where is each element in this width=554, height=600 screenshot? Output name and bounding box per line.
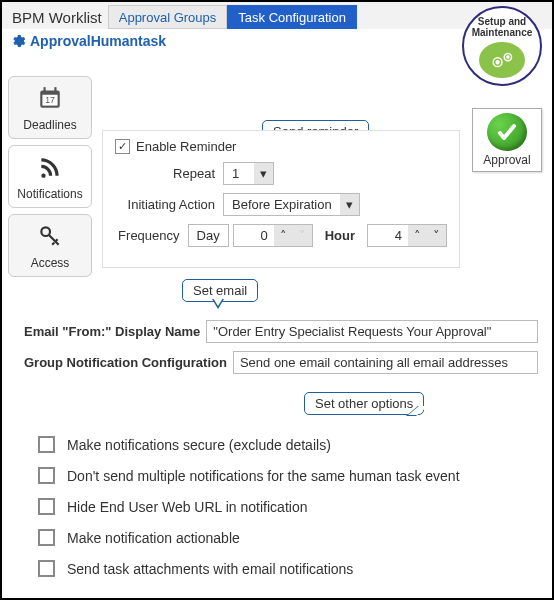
sidebar-item-label: Access xyxy=(31,256,70,270)
callout-other-options: Set other options xyxy=(304,392,424,415)
hour-label: Hour xyxy=(325,228,355,243)
task-icon xyxy=(10,33,26,49)
tab-approval-groups[interactable]: Approval Groups xyxy=(108,5,228,29)
enable-reminder-label: Enable Reminder xyxy=(136,139,236,154)
option-hide-url[interactable]: Hide End User Web URL in notification xyxy=(38,498,538,515)
key-icon xyxy=(37,223,63,252)
email-section: Email "From:" Display Name "Order Entry … xyxy=(24,312,538,591)
options-list: Make notifications secure (exclude detai… xyxy=(38,436,538,577)
setup-badge-label: Setup and Maintenance xyxy=(464,16,540,38)
email-from-label: Email "From:" Display Name xyxy=(24,324,200,339)
repeat-label: Repeat xyxy=(115,166,215,181)
group-notify-label: Group Notification Configuration xyxy=(24,355,227,370)
frequency-label: Frequency xyxy=(115,228,180,243)
chevron-down-icon[interactable]: ˅ xyxy=(427,225,446,246)
chevron-up-icon[interactable]: ˄ xyxy=(408,225,427,246)
checkbox[interactable] xyxy=(38,467,55,484)
initiating-label: Initiating Action xyxy=(115,197,215,212)
approval-tile-label: Approval xyxy=(483,153,530,167)
gear-icon xyxy=(479,42,525,78)
sidebar-item-deadlines[interactable]: 17 Deadlines xyxy=(8,76,92,139)
svg-text:17: 17 xyxy=(45,95,55,105)
task-name: ApprovalHumantask xyxy=(30,33,166,49)
approval-tile[interactable]: Approval xyxy=(472,108,542,172)
option-no-duplicate[interactable]: Don't send multiple notifications for th… xyxy=(38,467,538,484)
app-title: BPM Worklist xyxy=(6,7,108,28)
option-actionable[interactable]: Make notification actionable xyxy=(38,529,538,546)
signal-icon xyxy=(37,154,63,183)
checkbox[interactable] xyxy=(38,436,55,453)
email-from-input[interactable]: "Order Entry Specialist Requests Your Ap… xyxy=(206,320,538,343)
checkmark-icon xyxy=(487,113,527,151)
svg-rect-3 xyxy=(54,87,56,91)
reminder-panel: ✓ Enable Reminder Repeat 1 ▾ Initiating … xyxy=(102,130,460,268)
calendar-icon: 17 xyxy=(37,85,63,114)
checkbox[interactable] xyxy=(38,498,55,515)
chevron-up-icon[interactable]: ˄ xyxy=(274,225,293,246)
frequency-qty-spinner[interactable]: 0 ˄ ˅ xyxy=(233,224,313,247)
hour-spinner[interactable]: 4 ˄ ˅ xyxy=(367,224,447,247)
checkbox[interactable] xyxy=(38,560,55,577)
frequency-unit-dropdown[interactable]: Day xyxy=(188,224,229,247)
option-secure[interactable]: Make notifications secure (exclude detai… xyxy=(38,436,538,453)
sidebar-item-label: Notifications xyxy=(17,187,82,201)
enable-reminder-checkbox[interactable]: ✓ xyxy=(115,139,130,154)
initiating-dropdown[interactable]: Before Expiration ▾ xyxy=(223,193,360,216)
tab-task-configuration[interactable]: Task Configuration xyxy=(227,5,357,29)
repeat-dropdown[interactable]: 1 ▾ xyxy=(223,162,274,185)
svg-point-7 xyxy=(496,61,499,64)
setup-badge[interactable]: Setup and Maintenance xyxy=(462,6,542,86)
checkbox[interactable] xyxy=(38,529,55,546)
sidebar: 17 Deadlines Notifications Access xyxy=(8,76,92,277)
svg-rect-2 xyxy=(44,87,46,91)
chevron-down-icon: ▾ xyxy=(340,194,359,215)
sidebar-item-label: Deadlines xyxy=(23,118,76,132)
chevron-down-icon[interactable]: ˅ xyxy=(293,225,312,246)
chevron-down-icon: ▾ xyxy=(254,163,273,184)
svg-point-9 xyxy=(507,56,509,58)
svg-point-5 xyxy=(41,227,50,236)
group-notify-input[interactable]: Send one email containing all email addr… xyxy=(233,351,538,374)
sidebar-item-access[interactable]: Access xyxy=(8,214,92,277)
sidebar-item-notifications[interactable]: Notifications xyxy=(8,145,92,208)
option-attachments[interactable]: Send task attachments with email notific… xyxy=(38,560,538,577)
